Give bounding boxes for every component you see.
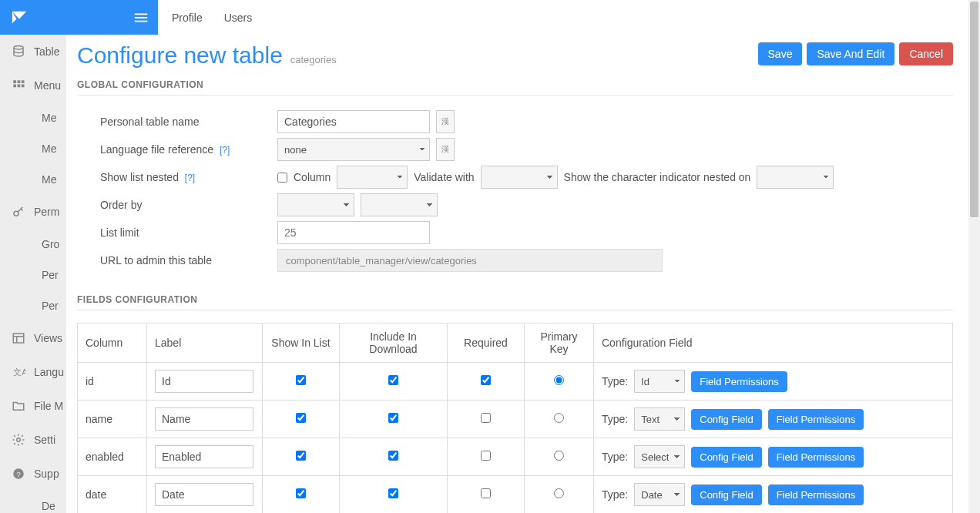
sidebar-item-menu[interactable]: Menu	[0, 69, 66, 102]
sidebar-item-me[interactable]: Me	[0, 133, 66, 164]
label-personal-table-name: Personal table name	[100, 116, 277, 128]
sidebar-item-per[interactable]: Per	[0, 290, 66, 321]
required-checkbox[interactable]	[481, 451, 491, 461]
type-select[interactable]: Text	[634, 407, 685, 431]
include-download-checkbox[interactable]	[388, 375, 398, 385]
required-checkbox[interactable]	[481, 413, 491, 423]
include-download-checkbox[interactable]	[388, 488, 398, 498]
section-global-config: GLOBAL CONFIGURATION	[77, 79, 953, 96]
include-download-checkbox[interactable]	[388, 413, 398, 423]
brand-logo	[0, 0, 123, 35]
indicator-select[interactable]	[757, 166, 834, 189]
save-and-edit-button[interactable]: Save And Edit	[807, 42, 894, 65]
sidebar-item-label: Langu	[34, 366, 64, 378]
config-field-button[interactable]: Config Field	[691, 409, 761, 430]
field-permissions-button[interactable]: Field Permissions	[768, 447, 864, 468]
scrollbar[interactable]	[968, 0, 980, 513]
field-permissions-button[interactable]: Field Permissions	[768, 484, 864, 505]
topnav-users[interactable]: Users	[224, 12, 253, 24]
label-input[interactable]	[155, 483, 253, 506]
sidebar-item-label: Per	[42, 300, 59, 312]
label-show-indicator: Show the character indicator nested on	[564, 171, 751, 183]
nested-column-select[interactable]	[337, 166, 408, 189]
layout-icon	[11, 330, 26, 346]
type-select[interactable]: Date	[634, 483, 685, 506]
type-select[interactable]: Id	[634, 370, 685, 393]
th-include-dl: Include In Download	[340, 324, 448, 363]
sidebar-item-me[interactable]: Me	[0, 102, 66, 133]
grid-icon	[11, 78, 26, 93]
lang-button[interactable]: 漢	[436, 110, 455, 133]
show-in-list-checkbox[interactable]	[296, 375, 306, 385]
sidebar-item-setti[interactable]: Setti	[0, 423, 66, 457]
gear-icon	[11, 432, 26, 448]
label-input[interactable]	[155, 407, 253, 431]
sidebar-item-supp[interactable]: ?Supp	[0, 457, 66, 491]
svg-rect-3	[22, 80, 25, 83]
required-checkbox[interactable]	[481, 488, 491, 498]
personal-table-name-input[interactable]	[277, 110, 430, 133]
sidebar-item-label: Per	[42, 269, 59, 281]
label-input[interactable]	[155, 370, 253, 393]
th-column: Column	[78, 324, 147, 363]
show-in-list-checkbox[interactable]	[296, 413, 306, 423]
include-download-checkbox[interactable]	[388, 451, 398, 461]
table-row: nameType:TextConfig FieldField Permissio…	[78, 401, 953, 438]
svg-point-0	[14, 46, 23, 50]
list-limit-input[interactable]	[277, 221, 430, 244]
svg-rect-4	[13, 85, 16, 88]
sidebar-item-views[interactable]: Views	[0, 321, 66, 355]
sidebar-item-table[interactable]: Table	[0, 35, 66, 69]
type-label: Type:	[602, 451, 628, 463]
lang-ref-select[interactable]: none	[277, 138, 430, 161]
sidebar-item-gro[interactable]: Gro	[0, 229, 66, 260]
sidebar-item-per[interactable]: Per	[0, 260, 66, 290]
help-show-nested[interactable]: [?]	[185, 173, 195, 183]
url-admin-readonly: component/table_manager/view/categories	[277, 249, 663, 272]
lang-button-2[interactable]: 漢	[436, 138, 455, 161]
type-label: Type:	[602, 413, 628, 425]
table-row: enabledType:SelectConfig FieldField Perm…	[78, 438, 953, 476]
label-input[interactable]	[155, 445, 253, 468]
show-in-list-checkbox[interactable]	[296, 451, 306, 461]
sidebar-item-label: Table	[34, 45, 59, 58]
th-label: Label	[147, 324, 263, 363]
show-nested-checkbox[interactable]	[277, 173, 287, 183]
config-field-button[interactable]: Config Field	[691, 447, 761, 468]
primary-key-radio[interactable]	[554, 451, 564, 461]
required-checkbox[interactable]	[481, 375, 491, 385]
field-permissions-button[interactable]: Field Permissions	[768, 409, 864, 430]
label-order-by: Order by	[100, 199, 277, 211]
svg-rect-8	[13, 334, 24, 343]
label-validate-with: Validate with	[414, 171, 474, 183]
validate-with-select[interactable]	[481, 166, 558, 189]
scrollbar-thumb[interactable]	[970, 2, 978, 217]
cancel-button[interactable]: Cancel	[899, 42, 953, 65]
order-by-dir-select[interactable]	[361, 193, 438, 216]
fields-table: Column Label Show In List Include In Dow…	[77, 323, 953, 513]
primary-key-radio[interactable]	[554, 488, 564, 498]
menu-toggle-button[interactable]	[123, 0, 158, 35]
primary-key-radio[interactable]	[554, 413, 564, 423]
sidebar-item-file m[interactable]: File M	[0, 389, 66, 423]
order-by-field-select[interactable]	[277, 193, 354, 216]
sidebar-item-de[interactable]: De	[0, 491, 66, 513]
sidebar-item-langu[interactable]: 文ALangu	[0, 355, 66, 389]
svg-text:?: ?	[16, 470, 21, 478]
table-row: dateType:DateConfig FieldField Permissio…	[78, 476, 953, 514]
topnav-profile[interactable]: Profile	[172, 12, 203, 24]
config-field-button[interactable]: Config Field	[691, 484, 761, 505]
show-in-list-checkbox[interactable]	[296, 488, 306, 498]
page-title: Configure new table	[77, 42, 283, 68]
sidebar-item-perm[interactable]: Perm	[0, 195, 66, 229]
sidebar-item-me[interactable]: Me	[0, 164, 66, 195]
svg-rect-2	[18, 80, 21, 83]
type-select[interactable]: Select	[634, 445, 685, 468]
primary-key-radio[interactable]	[554, 375, 564, 385]
sidebar-item-label: De	[42, 500, 55, 512]
field-permissions-button[interactable]: Field Permissions	[691, 371, 787, 392]
save-button[interactable]: Save	[758, 42, 803, 65]
label-show-nested: Show list nested	[100, 171, 179, 183]
cell-column: id	[78, 363, 147, 401]
help-lang-ref[interactable]: [?]	[220, 145, 230, 156]
